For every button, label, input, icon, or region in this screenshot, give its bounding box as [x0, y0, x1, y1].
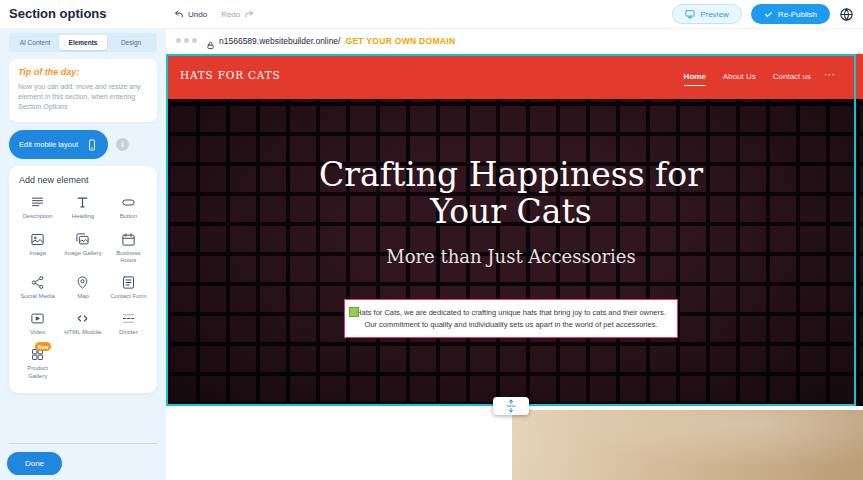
element-label: Contact Form — [110, 293, 146, 300]
check-icon — [764, 10, 773, 19]
element-drag-handle[interactable] — [349, 307, 359, 317]
divider-icon — [121, 311, 136, 326]
tab-ai-content[interactable]: AI Content — [11, 35, 59, 50]
site-nav: Home About Us Contact us — [684, 54, 811, 99]
app-window: Section options Undo Redo Preview Re-Pub… — [0, 0, 863, 480]
next-section-image[interactable] — [512, 410, 863, 480]
page-title: Section options — [9, 6, 107, 21]
element-label: Image — [29, 250, 46, 257]
done-button[interactable]: Done — [7, 452, 62, 475]
browser-dot — [192, 38, 197, 43]
element-business-hours[interactable]: Business Hours — [107, 232, 150, 264]
undo-label: Undo — [188, 10, 207, 19]
mobile-layout-row: Edit mobile layout i — [9, 130, 157, 159]
topbar: Section options Undo Redo Preview Re-Pub… — [0, 0, 863, 28]
add-new-element-card: Add new element Description Heading Butt… — [9, 166, 157, 392]
video-icon — [30, 311, 45, 326]
lock-icon — [206, 36, 215, 45]
section-resize-handle[interactable] — [493, 397, 529, 415]
undo-icon — [174, 9, 184, 19]
redo-icon — [244, 9, 254, 19]
nav-item-contact-us[interactable]: Contact us — [773, 72, 811, 81]
hero-section[interactable]: Crafting Happiness for Your Cats More th… — [166, 99, 863, 406]
social-media-icon — [30, 275, 45, 290]
element-contact-form[interactable]: Contact Form — [107, 275, 150, 300]
tip-of-the-day-card: Tip of the day: Now you can add, move an… — [9, 59, 157, 122]
tab-elements[interactable]: Elements — [59, 35, 107, 50]
website-preview: HATS FOR CATS Home About Us Contact us ⋯… — [166, 54, 863, 480]
sidebar-divider — [9, 443, 157, 444]
sidebar: AI Content Elements Design Tip of the da… — [0, 28, 166, 480]
edit-mobile-layout-label: Edit mobile layout — [19, 140, 78, 149]
preview-label: Preview — [700, 10, 728, 19]
next-section — [166, 406, 863, 480]
element-image-gallery[interactable]: Image Gallery — [61, 232, 104, 264]
browser-dot — [184, 38, 189, 43]
add-new-element-title: Add new element — [19, 175, 150, 185]
element-label: Video — [30, 329, 45, 336]
redo-button[interactable]: Redo — [221, 9, 254, 19]
tip-body: Now you can add, move and resize any ele… — [18, 82, 148, 112]
contact-form-icon — [121, 275, 136, 290]
get-your-own-domain-link[interactable]: GET YOUR OWN DOMAIN — [345, 36, 455, 46]
resize-arrows-icon — [505, 399, 517, 413]
element-image[interactable]: Image — [16, 232, 59, 264]
element-label: Button — [120, 213, 137, 220]
element-social-media[interactable]: Social Media — [16, 275, 59, 300]
element-map[interactable]: Map — [61, 275, 104, 300]
image-icon — [30, 232, 45, 247]
heading-icon — [75, 195, 90, 210]
panel-tabs: AI Content Elements Design — [9, 33, 157, 52]
preview-button[interactable]: Preview — [672, 4, 741, 24]
site-url: n1566589.websitebuilder.online/ — [219, 36, 340, 46]
element-html-module[interactable]: HTML Module — [61, 311, 104, 336]
hero-heading[interactable]: Crafting Happiness for Your Cats — [281, 99, 741, 231]
element-video[interactable]: Video — [16, 311, 59, 336]
new-badge: New — [35, 342, 51, 351]
element-label: Description — [23, 213, 53, 220]
map-pin-icon — [75, 275, 90, 290]
undo-button[interactable]: Undo — [174, 9, 207, 19]
republish-label: Re-Publish — [778, 10, 817, 19]
nav-item-home[interactable]: Home — [684, 72, 706, 81]
button-icon — [121, 195, 136, 210]
element-divider[interactable]: Divider — [107, 311, 150, 336]
element-product-gallery[interactable]: New Product Gallery — [16, 347, 59, 379]
history-controls: Undo Redo — [174, 9, 254, 19]
nav-more-icon[interactable]: ⋯ — [824, 68, 835, 81]
info-icon[interactable]: i — [116, 138, 129, 151]
code-icon — [75, 311, 90, 326]
tip-title: Tip of the day: — [18, 67, 148, 77]
hero-subheading[interactable]: More than Just Accessories — [166, 246, 856, 267]
element-grid: Description Heading Button Image Image G… — [16, 195, 150, 379]
element-label: Business Hours — [108, 250, 148, 264]
element-label: Product Gallery — [18, 365, 58, 379]
element-label: Heading — [72, 213, 94, 220]
nav-item-about-us[interactable]: About Us — [723, 72, 756, 81]
element-button[interactable]: Button — [107, 195, 150, 220]
element-label: HTML Module — [64, 329, 101, 336]
business-hours-icon — [121, 232, 136, 247]
element-description[interactable]: Description — [16, 195, 59, 220]
browser-bar: n1566589.websitebuilder.online/ GET YOUR… — [166, 28, 863, 54]
topbar-actions: Preview Re-Publish — [672, 4, 854, 24]
phone-icon — [86, 139, 98, 151]
monitor-icon — [685, 9, 695, 19]
element-label: Map — [77, 293, 89, 300]
hero-text-box[interactable]: Hats for Cats, we are dedicated to craft… — [344, 299, 678, 338]
element-heading[interactable]: Heading — [61, 195, 104, 220]
hero-inner: Crafting Happiness for Your Cats More th… — [166, 99, 856, 406]
element-label: Divider — [119, 329, 138, 336]
image-gallery-icon — [75, 232, 90, 247]
hero-body-text: Hats for Cats, we are dedicated to craft… — [356, 308, 666, 329]
element-label: Social Media — [20, 293, 54, 300]
language-globe-icon[interactable] — [839, 7, 854, 22]
site-logo[interactable]: HATS FOR CATS — [180, 69, 280, 81]
republish-button[interactable]: Re-Publish — [751, 4, 830, 24]
description-icon — [30, 195, 45, 210]
edit-mobile-layout-button[interactable]: Edit mobile layout — [9, 130, 108, 159]
tab-design[interactable]: Design — [107, 35, 155, 50]
redo-label: Redo — [221, 10, 240, 19]
element-label: Image Gallery — [64, 250, 101, 257]
browser-dot — [176, 38, 181, 43]
